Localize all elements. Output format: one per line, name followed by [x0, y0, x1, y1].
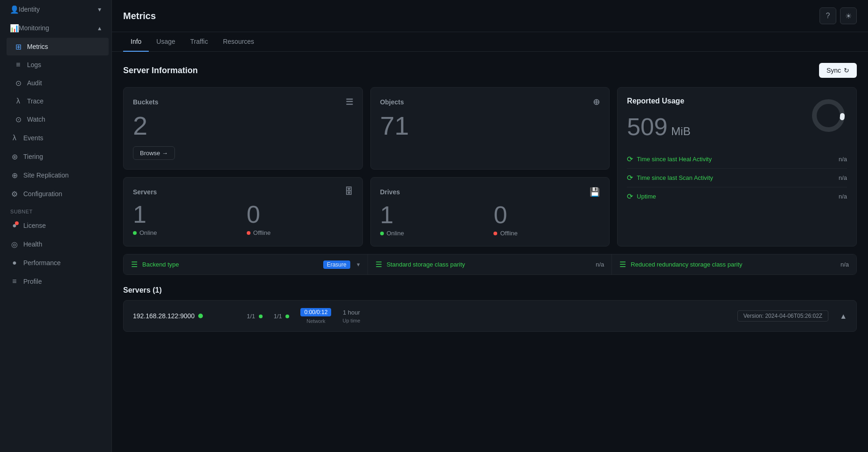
- sidebar-configuration-label: Configuration: [23, 190, 101, 198]
- sidebar-logs-label: Logs: [27, 61, 101, 68]
- watch-icon: ⊙: [14, 115, 22, 123]
- drives-card-title: Drives 💾: [380, 187, 600, 197]
- standard-parity-label: Standard storage class parity: [387, 261, 591, 268]
- server-uptime-label: Up time: [342, 318, 360, 323]
- browse-label: Browse →: [140, 150, 168, 157]
- sidebar-item-configuration[interactable]: ⚙ Configuration: [3, 185, 109, 203]
- uptime-icon: ⟳: [627, 192, 633, 201]
- buckets-title-text: Buckets: [133, 98, 158, 106]
- section-header: Server Information Sync ↻: [123, 63, 857, 78]
- reported-value: 509: [627, 113, 667, 141]
- sidebar-item-events[interactable]: λ Events: [3, 129, 109, 147]
- objects-title-text: Objects: [380, 98, 404, 106]
- drives-online-dot: [380, 232, 384, 235]
- reduced-parity-row: ☰ Reduced redundancy storage class parit…: [612, 254, 856, 274]
- content-area: Server Information Sync ↻ Buckets ☰ 2 Br…: [112, 52, 868, 452]
- server-row: 192.168.28.122:9000 1/1 1/1 0:00/0:12 Ne…: [123, 300, 857, 332]
- objects-card: Objects ⊕ 71: [370, 87, 610, 170]
- servers-online-value: 1: [133, 202, 239, 226]
- servers-card-title: Servers 🗄: [133, 187, 353, 197]
- drives-offline-value: 0: [493, 203, 600, 227]
- online-dot: [133, 231, 137, 235]
- sidebar-item-profile[interactable]: ≡ Profile: [3, 273, 109, 290]
- monitoring-icon: 📊: [10, 24, 19, 32]
- sidebar-trace-label: Trace: [27, 97, 101, 105]
- performance-icon: ●: [10, 259, 19, 267]
- tabs-bar: Info Usage Traffic Resources: [112, 32, 868, 52]
- sync-label: Sync: [826, 67, 841, 74]
- sidebar-monitoring-header[interactable]: 📊 Monitoring ▴: [3, 19, 109, 37]
- profile-icon: ≡: [10, 277, 19, 286]
- sidebar-license-label: License: [23, 222, 101, 229]
- sidebar-tiering-label: Tiering: [23, 153, 101, 160]
- objects-value: 71: [380, 113, 600, 139]
- drives-status-dot: [259, 315, 263, 318]
- server-address-text: 192.168.28.122:9000: [133, 312, 194, 320]
- sidebar-metrics-label: Metrics: [27, 43, 101, 50]
- sidebar-item-site-replication[interactable]: ⊕ Site Replication: [3, 166, 109, 184]
- drives-card: Drives 💾 1 Online 0: [370, 177, 610, 247]
- sidebar-profile-label: Profile: [23, 278, 101, 285]
- server-network-label: Network: [306, 318, 325, 324]
- uptime-value: n/a: [839, 193, 847, 200]
- tab-resources[interactable]: Resources: [215, 32, 262, 52]
- sidebar-identity-header[interactable]: 👤 Identity ▾: [3, 0, 109, 18]
- servers-offline-value: 0: [247, 202, 353, 226]
- sidebar-item-audit[interactable]: ⊙ Audit: [7, 74, 109, 92]
- browse-button[interactable]: Browse →: [133, 146, 175, 160]
- sidebar-item-license[interactable]: ● License: [3, 217, 109, 234]
- tab-usage[interactable]: Usage: [149, 32, 182, 52]
- servers-online-stat: 1 Online: [133, 202, 239, 236]
- servers-online-label: Online: [133, 229, 239, 236]
- reduced-parity-icon: ☰: [619, 260, 626, 269]
- server-timer-badge: 0:00/0:12: [300, 308, 331, 316]
- metrics-icon: ⊞: [14, 42, 22, 51]
- server-drives-num: 1/1: [247, 313, 263, 320]
- offline-dot: [247, 231, 250, 235]
- sidebar-item-watch[interactable]: ⊙ Watch: [7, 110, 109, 128]
- objects-icon: ⊕: [593, 97, 600, 107]
- sync-button[interactable]: Sync ↻: [819, 63, 857, 78]
- sidebar-watch-label: Watch: [27, 116, 101, 123]
- monitoring-label: Monitoring: [19, 24, 98, 32]
- sidebar-item-trace[interactable]: λ Trace: [7, 92, 109, 110]
- backend-type-row: ☰ Backend type Erasure ▾: [124, 254, 368, 274]
- server-uptime-col: 1 hour Up time: [342, 309, 360, 323]
- svg-point-0: [814, 102, 842, 130]
- scan-activity-row: ⟳ Time since last Scan Activity n/a: [627, 169, 847, 187]
- servers-title-text: Servers: [133, 188, 157, 196]
- server-version-badge: Version: 2024-04-06T05:26:02Z: [737, 310, 828, 322]
- sync-icon: ↻: [844, 67, 849, 74]
- tab-traffic[interactable]: Traffic: [183, 32, 215, 52]
- reduced-parity-value: n/a: [840, 261, 849, 268]
- events-icon: λ: [10, 134, 19, 142]
- objects-card-title: Objects ⊕: [380, 97, 600, 107]
- sidebar-item-tiering[interactable]: ⊛ Tiering: [3, 148, 109, 165]
- health-icon: ◎: [10, 240, 19, 248]
- sidebar-item-logs[interactable]: ≡ Logs: [7, 56, 109, 74]
- backend-type-value: Erasure: [323, 260, 350, 269]
- cards-grid: Buckets ☰ 2 Browse → Objects ⊕ 71 Report…: [123, 87, 857, 247]
- uptime-label: ⟳ Uptime: [627, 192, 656, 201]
- standard-parity-row: ☰ Standard storage class parity n/a: [368, 254, 612, 274]
- identity-icon: 👤: [10, 5, 19, 14]
- tab-info[interactable]: Info: [123, 32, 149, 52]
- tiering-icon: ⊛: [10, 152, 19, 161]
- help-button[interactable]: ?: [819, 7, 836, 24]
- sidebar-item-health[interactable]: ◎ Health: [3, 235, 109, 253]
- chevron-up-icon: ▲: [840, 312, 847, 320]
- server-expand-button[interactable]: ▲: [840, 311, 847, 321]
- reported-unit: MiB: [671, 125, 690, 138]
- sidebar-events-label: Events: [23, 134, 101, 142]
- servers-offline-label: Offline: [247, 229, 353, 236]
- sidebar-site-replication-label: Site Replication: [23, 171, 101, 179]
- identity-label: Identity: [19, 6, 98, 13]
- sidebar-item-performance[interactable]: ● Performance: [3, 254, 109, 272]
- sidebar-performance-label: Performance: [23, 259, 101, 267]
- drives-stats: 1 Online 0 Offline: [380, 203, 600, 237]
- server-network-num: 1/1: [274, 313, 290, 320]
- sidebar-item-metrics[interactable]: ⊞ Metrics: [7, 38, 109, 55]
- theme-button[interactable]: ☀: [840, 7, 857, 24]
- scan-icon: ⟳: [627, 173, 633, 182]
- heal-activity-row: ⟳ Time since last Heal Activity n/a: [627, 150, 847, 169]
